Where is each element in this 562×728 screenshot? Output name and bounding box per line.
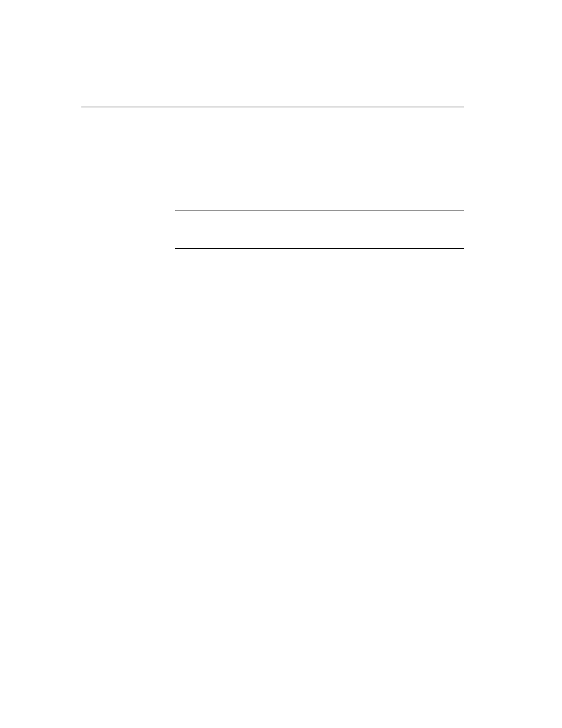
horizontal-divider-2 bbox=[175, 210, 464, 210]
horizontal-divider-3 bbox=[175, 248, 464, 249]
horizontal-divider-1 bbox=[81, 107, 464, 107]
